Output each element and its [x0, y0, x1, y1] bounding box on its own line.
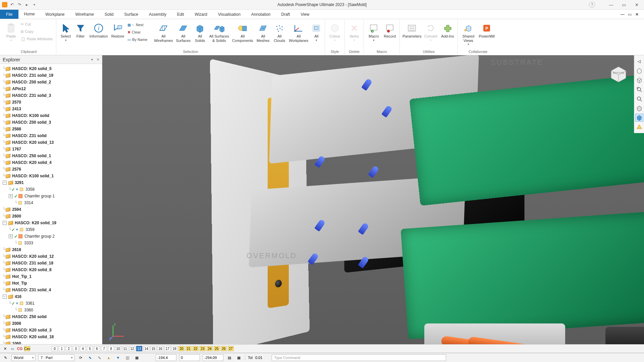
tree-node[interactable]: └HASCO: K20 solid_12 [0, 253, 102, 260]
tree-node[interactable]: └2618 [0, 246, 102, 253]
tree-node[interactable]: └HASCO: K20 solid_4 [0, 159, 102, 166]
level-24[interactable]: 24 [207, 346, 213, 351]
tree-node[interactable]: └3333 [0, 240, 102, 246]
tree-node[interactable]: −3291 [0, 179, 102, 186]
tab-visualisation[interactable]: Visualisation [213, 10, 246, 19]
sb-cube-icon[interactable]: ◫ [124, 354, 131, 361]
level-7[interactable]: 7 [101, 346, 107, 351]
information-button[interactable]: iInformation [88, 20, 109, 40]
lb-save-icon[interactable]: ▭ [9, 346, 15, 351]
level-16[interactable]: 16 [157, 346, 163, 351]
filter-button[interactable]: Filter [74, 20, 87, 40]
qa-cursor-icon[interactable]: ▸ [24, 2, 30, 7]
level-26[interactable]: 26 [221, 346, 227, 351]
level-17[interactable]: 17 [164, 346, 170, 351]
level-18[interactable]: 18 [171, 346, 177, 351]
all-surfaces-button[interactable]: All Surfaces [174, 20, 192, 44]
tab-home[interactable]: Home [18, 10, 40, 19]
all-workplanes-button[interactable]: All Workplanes [288, 20, 309, 44]
vt-render-icon[interactable] [635, 123, 643, 131]
tree-node[interactable]: └HASCO: K20 solid_18 [0, 334, 102, 340]
tree-node[interactable]: └HASCO: K20 solid_13 [0, 139, 102, 146]
mdi-close-icon[interactable]: ✕ [635, 12, 642, 17]
y-coord[interactable]: 0 [179, 354, 200, 361]
tab-wireframe[interactable]: Wireframe [70, 10, 99, 19]
level-10[interactable]: 10 [115, 346, 121, 351]
tree-node[interactable]: └1767 [0, 146, 102, 153]
tree-toggle-icon[interactable]: − [3, 295, 7, 299]
tree-node[interactable]: └HASCO: Z31 solid_18 [0, 260, 102, 266]
sb-flag1-icon[interactable]: ▲ [105, 354, 112, 361]
tree-node[interactable]: └HASCO: Z00 solid_3 [0, 119, 102, 126]
level-12[interactable]: 12 [129, 346, 135, 351]
level-8[interactable]: 8 [108, 346, 114, 351]
tree-node[interactable]: +✓Chamfer group 1 [0, 193, 102, 199]
vt-zoom-fit-icon[interactable] [635, 85, 643, 94]
level-23[interactable]: 23 [200, 346, 206, 351]
sb-flag2-icon[interactable]: ▼ [115, 354, 121, 361]
record-button[interactable]: Record [382, 20, 397, 40]
level-0[interactable]: 0 [52, 346, 58, 351]
tree-node[interactable]: └HASCO: K20 solid_8 [0, 266, 102, 273]
tree-node[interactable]: └2413 [0, 106, 102, 112]
tree-node[interactable]: └Hot_Tip_1 [0, 273, 102, 280]
minimize-button[interactable]: — [605, 1, 617, 8]
lb-cg-icon[interactable]: CG [17, 346, 23, 351]
tree-node[interactable]: └HASCO: Z50 solid_1 [0, 153, 102, 159]
tree-node[interactable]: └HASCO: Z00 solid_2 [0, 79, 102, 85]
explorer-pin-icon[interactable]: ▾ [89, 57, 95, 62]
tab-wizard[interactable]: Wizard [190, 10, 213, 19]
sb-axis-icon[interactable]: ⤡ [96, 354, 103, 361]
clear-button[interactable]: ✖Clear [126, 28, 149, 36]
model-tree[interactable]: └HASCO: K20 solid_5└HASCO: Z31 solid_19└… [0, 64, 102, 344]
sb-pencil-icon[interactable]: ✎ [2, 354, 9, 361]
tree-node[interactable]: └2600 [0, 213, 102, 220]
tree-node[interactable]: −HASCO: K20 solid_19 [0, 220, 102, 226]
tree-node[interactable]: └APin12 [0, 85, 102, 92]
level-15[interactable]: 15 [150, 346, 156, 351]
tab-annotation[interactable]: Annotation [246, 10, 276, 19]
sb-grid-icon[interactable]: ▦ [133, 354, 140, 361]
tab-assembly[interactable]: Assembly [144, 10, 172, 19]
level-13[interactable]: 13 [136, 346, 142, 351]
select-button[interactable]: Select▾ [58, 20, 73, 43]
byname-button[interactable]: ▭By Name [126, 36, 149, 43]
level-14[interactable]: 14 [143, 346, 149, 351]
parameters-button[interactable]: Parameters [402, 20, 422, 40]
tree-node[interactable]: └✓+3358 [0, 186, 102, 193]
lb-cav-button[interactable]: Cav [24, 346, 30, 351]
all-meshes-button[interactable]: All Meshes [255, 20, 271, 44]
level-11[interactable]: 11 [122, 346, 128, 351]
level-1[interactable]: 1 [59, 346, 65, 351]
close-button[interactable]: ✕ [631, 1, 643, 8]
level-25[interactable]: 25 [214, 346, 220, 351]
mdi-minimize-icon[interactable]: — [621, 12, 627, 17]
all-clouds-button[interactable]: All Clouds [272, 20, 287, 44]
tree-node[interactable]: +✓Chamfer group 2 [0, 233, 102, 240]
tree-node[interactable]: └HASCO: Z50 solid [0, 313, 102, 320]
tree-node[interactable]: └HASCO: K100 solid [0, 112, 102, 119]
lb-close-icon[interactable]: ✕ [2, 346, 8, 351]
sb-refresh-icon[interactable]: ⟳ [77, 354, 84, 361]
tree-toggle-icon[interactable]: − [3, 221, 7, 225]
tree-node[interactable]: └3314 [0, 199, 102, 206]
command-input[interactable]: Type Command [272, 354, 446, 361]
level-20[interactable]: 20 [178, 346, 184, 351]
level-21[interactable]: 21 [185, 346, 192, 351]
sb-cursor-icon[interactable]: ⬉ [87, 354, 93, 361]
tab-solid[interactable]: Solid [99, 10, 119, 19]
level-27[interactable]: 27 [228, 346, 234, 351]
tree-node[interactable]: └HASCO: Z31 solid_3 [0, 92, 102, 99]
level-22[interactable]: 22 [193, 346, 199, 351]
tree-node[interactable]: └2594 [0, 206, 102, 213]
level-6[interactable]: 6 [94, 346, 100, 351]
sb-opt2-icon[interactable]: ▦ [235, 354, 242, 361]
all-button[interactable]: All▾ [310, 20, 323, 43]
vt-hidden-icon[interactable] [635, 104, 643, 112]
all-surfaces-solids-button[interactable]: All Surfaces & Solids [208, 20, 230, 44]
restore-button[interactable]: Restore [110, 20, 125, 40]
tab-edit[interactable]: Edit [172, 10, 190, 19]
powermill-button[interactable]: PPowerMill [477, 20, 496, 40]
mdi-restore-icon[interactable]: ▭ [628, 12, 635, 17]
tree-toggle-icon[interactable]: + [9, 194, 13, 198]
